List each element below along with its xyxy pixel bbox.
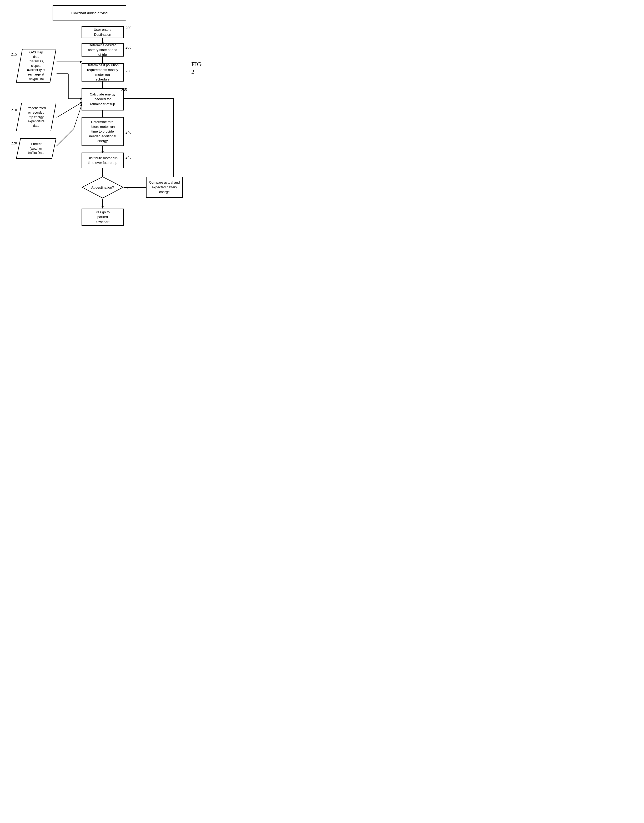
distribute-label: Distribute motor runtime over future tri… (87, 156, 118, 165)
annotation-230: 230 (126, 69, 132, 74)
current-data-label: Current(weather,traffic) Data (28, 142, 44, 155)
annotation-200: 200 (126, 26, 132, 30)
user-enters-destination-box: User entersDestination (81, 26, 124, 38)
title-text: Flowchart during driving (71, 11, 107, 15)
svg-marker-13 (101, 207, 104, 208)
compare-battery-label: Compare actual andexpected batterycharge (149, 180, 180, 195)
svg-line-28 (74, 105, 81, 129)
calculate-energy-label: Calculate energyneeded forremainder of t… (90, 92, 115, 107)
pregenerated-label: Pregeneratedor recordedtrip energyexpend… (26, 106, 46, 128)
annotation-240: 240 (126, 130, 132, 135)
annotation-205: 205 (126, 45, 132, 50)
pregenerated-para: Pregeneratedor recordedtrip energyexpend… (16, 103, 57, 132)
no-label: no (126, 186, 129, 190)
total-motor-box: Determine totalfuture motor runtime to p… (81, 117, 124, 146)
gps-data-para: GPS mapdata(distances,slopes,availabilit… (16, 49, 57, 83)
at-destination-label: At destination? (91, 185, 114, 189)
desired-battery-label: Determine desiredbattery state at endof … (88, 43, 117, 57)
compare-battery-box: Compare actual andexpected batterycharge (146, 177, 183, 198)
distribute-box: Distribute motor runtime over future tri… (81, 153, 124, 169)
title-box: Flowchart during driving (53, 5, 126, 21)
gps-data-label: GPS mapdata(distances,slopes,availabilit… (27, 50, 45, 81)
annotation-220: 220 (11, 141, 17, 146)
calculate-energy-box: Calculate energyneeded forremainder of t… (81, 88, 124, 110)
annotation-210: 210 (11, 108, 17, 112)
user-enters-label: User entersDestination (94, 28, 111, 37)
yes-parked-box: Yes go toparkedflowchart (81, 208, 124, 226)
yes-parked-label: Yes go toparkedflowchart (95, 210, 110, 224)
at-destination-diamond: At destination? (81, 176, 124, 199)
desired-battery-box: Determine desiredbattery state at endof … (81, 43, 124, 57)
total-motor-label: Determine totalfuture motor runtime to p… (89, 120, 116, 144)
pollution-label: Determine if pollutionrequirements modif… (84, 63, 121, 82)
page: Flowchart during driving User entersDest… (0, 0, 215, 274)
current-data-para: Current(weather,traffic) Data (16, 138, 57, 159)
svg-line-25 (55, 103, 81, 118)
svg-line-27 (55, 129, 74, 147)
annotation-215: 215 (11, 52, 17, 57)
fig-label: FIG2 (191, 60, 201, 76)
annotation-235: 235 (121, 87, 127, 92)
svg-marker-20 (80, 61, 82, 63)
pollution-box: Determine if pollutionrequirements modif… (81, 63, 124, 81)
annotation-245: 245 (126, 155, 132, 159)
